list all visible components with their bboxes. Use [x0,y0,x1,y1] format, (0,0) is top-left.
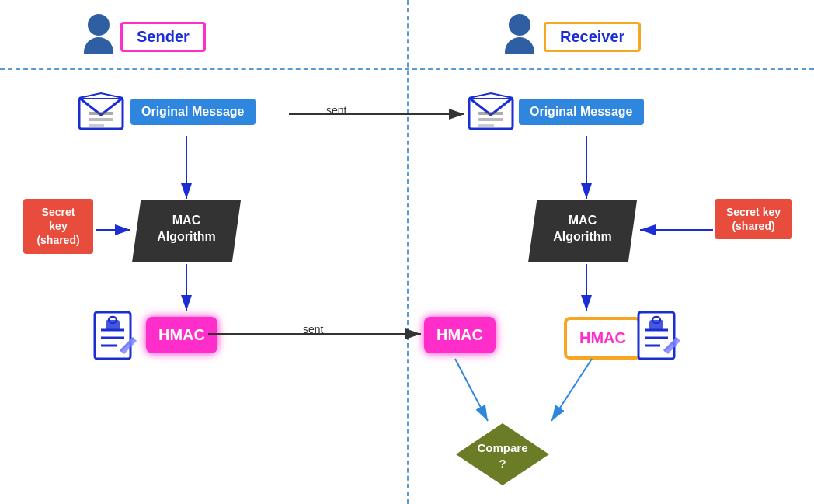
receiver-person-icon [505,14,534,54]
svg-rect-1 [89,112,113,115]
right-original-message: Original Message [519,99,644,125]
svg-text:?: ? [499,457,506,470]
right-hmac-received-box: HMAC [424,317,496,353]
receiver-label: Receiver [544,22,641,52]
left-envelope-icon [78,92,124,130]
sent-label-hmac: sent [303,323,323,335]
right-secret-key-box: Secret key (shared) [715,199,792,239]
right-document-icon [637,311,680,364]
svg-line-49 [551,359,592,421]
svg-rect-18 [478,112,503,115]
diagram-container: Sender Receiver Original Message [0,0,814,504]
svg-line-48 [455,359,488,421]
svg-rect-2 [89,118,113,121]
svg-rect-20 [478,124,494,127]
right-hmac-computed-box: HMAC [564,317,642,360]
sender-person-icon [84,14,113,54]
svg-rect-19 [478,118,503,121]
left-mac-algorithm-box: MAC Algorithm [132,200,241,262]
compare-diamond: Compare ? [452,419,553,492]
svg-rect-13 [106,320,120,331]
horizontal-divider [0,68,814,70]
sent-label-message: sent [326,104,346,116]
right-envelope-icon [468,92,514,130]
vertical-divider [407,0,409,504]
right-mac-algorithm-box: MAC Algorithm [528,200,637,262]
left-secret-key-box: Secret key (shared) [23,199,93,254]
left-hmac-box: HMAC [146,317,217,353]
sender-label: Sender [120,22,206,52]
left-document-icon [93,311,137,364]
svg-rect-3 [89,124,104,127]
svg-text:Compare: Compare [477,441,527,454]
left-original-message: Original Message [130,99,256,125]
svg-rect-30 [649,320,663,331]
svg-marker-34 [456,423,549,485]
